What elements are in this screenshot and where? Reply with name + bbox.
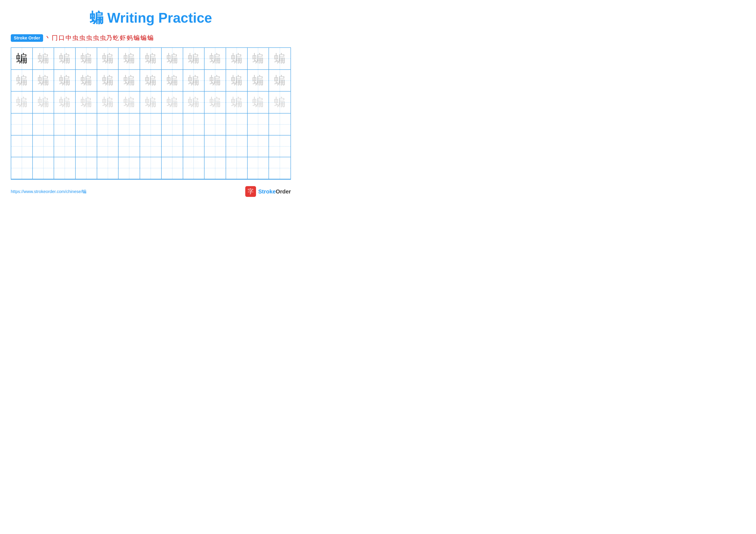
grid-cell-2-1[interactable]: 蝙 xyxy=(33,91,54,113)
grid-cell-3-8[interactable] xyxy=(183,114,205,135)
grid-cell-4-1[interactable] xyxy=(33,136,54,157)
grid-cell-2-5[interactable]: 蝙 xyxy=(119,91,140,113)
grid-cell-0-5[interactable]: 蝙 xyxy=(119,48,140,69)
grid-cell-2-6[interactable]: 蝙 xyxy=(140,91,162,113)
grid-cell-5-7[interactable] xyxy=(162,157,183,179)
grid-cell-5-10[interactable] xyxy=(226,157,248,179)
grid-cell-4-11[interactable] xyxy=(248,136,269,157)
grid-cell-5-2[interactable] xyxy=(54,157,76,179)
grid-cell-0-4[interactable]: 蝙 xyxy=(97,48,119,69)
grid-cell-5-4[interactable] xyxy=(97,157,119,179)
grid-cell-4-0[interactable] xyxy=(11,136,33,157)
grid-cell-2-9[interactable]: 蝙 xyxy=(204,91,226,113)
grid-cell-0-11[interactable]: 蝙 xyxy=(248,48,269,69)
grid-row-3 xyxy=(11,114,290,136)
grid-cell-4-6[interactable] xyxy=(140,136,162,157)
cell-char-2-3: 蝙 xyxy=(81,95,92,110)
cell-char-0-10: 蝙 xyxy=(231,51,242,66)
grid-cell-1-9[interactable]: 蝙 xyxy=(204,70,226,91)
grid-cell-1-11[interactable]: 蝙 xyxy=(248,70,269,91)
grid-cell-3-11[interactable] xyxy=(248,114,269,135)
grid-cell-4-5[interactable] xyxy=(119,136,140,157)
grid-cell-4-8[interactable] xyxy=(183,136,205,157)
grid-cell-5-1[interactable] xyxy=(33,157,54,179)
grid-cell-2-12[interactable]: 蝙 xyxy=(269,91,290,113)
cell-char-1-4: 蝙 xyxy=(102,73,113,88)
grid-cell-4-10[interactable] xyxy=(226,136,248,157)
grid-cell-4-7[interactable] xyxy=(162,136,183,157)
cell-char-1-12: 蝙 xyxy=(274,73,285,88)
cell-char-2-4: 蝙 xyxy=(102,95,113,110)
grid-cell-2-8[interactable]: 蝙 xyxy=(183,91,205,113)
grid-cell-1-12[interactable]: 蝙 xyxy=(269,70,290,91)
grid-cell-5-0[interactable] xyxy=(11,157,33,179)
cell-char-1-5: 蝙 xyxy=(123,73,135,88)
stroke-char-9: 虼 xyxy=(113,34,119,42)
grid-cell-1-8[interactable]: 蝙 xyxy=(183,70,205,91)
grid-cell-0-2[interactable]: 蝙 xyxy=(54,48,76,69)
grid-cell-0-9[interactable]: 蝙 xyxy=(204,48,226,69)
cell-char-0-3: 蝙 xyxy=(81,51,92,66)
grid-cell-1-6[interactable]: 蝙 xyxy=(140,70,162,91)
cell-char-1-8: 蝙 xyxy=(188,73,199,88)
grid-cell-3-6[interactable] xyxy=(140,114,162,135)
grid-cell-5-6[interactable] xyxy=(140,157,162,179)
grid-cell-1-3[interactable]: 蝙 xyxy=(76,70,97,91)
grid-cell-4-2[interactable] xyxy=(54,136,76,157)
grid-cell-2-11[interactable]: 蝙 xyxy=(248,91,269,113)
grid-cell-2-4[interactable]: 蝙 xyxy=(97,91,119,113)
grid-cell-3-4[interactable] xyxy=(97,114,119,135)
grid-cell-2-3[interactable]: 蝙 xyxy=(76,91,97,113)
page-title: 蝙 Writing Practice xyxy=(11,9,291,27)
grid-cell-1-4[interactable]: 蝙 xyxy=(97,70,119,91)
grid-cell-2-2[interactable]: 蝙 xyxy=(54,91,76,113)
grid-cell-0-6[interactable]: 蝙 xyxy=(140,48,162,69)
grid-cell-3-3[interactable] xyxy=(76,114,97,135)
grid-cell-1-2[interactable]: 蝙 xyxy=(54,70,76,91)
grid-cell-2-7[interactable]: 蝙 xyxy=(162,91,183,113)
grid-cell-4-12[interactable] xyxy=(269,136,290,157)
grid-cell-2-10[interactable]: 蝙 xyxy=(226,91,248,113)
grid-cell-0-1[interactable]: 蝙 xyxy=(33,48,54,69)
grid-cell-1-1[interactable]: 蝙 xyxy=(33,70,54,91)
grid-cell-3-0[interactable] xyxy=(11,114,33,135)
footer-url[interactable]: https://www.strokeorder.com/chinese/蝙 xyxy=(11,189,86,194)
grid-cell-3-5[interactable] xyxy=(119,114,140,135)
grid-cell-2-0[interactable]: 蝙 xyxy=(11,91,33,113)
grid-cell-5-12[interactable] xyxy=(269,157,290,179)
cell-char-0-9: 蝙 xyxy=(209,51,221,66)
cell-char-0-1: 蝙 xyxy=(38,51,49,66)
footer-logo: 字 StrokeOrder xyxy=(245,186,291,197)
grid-cell-4-9[interactable] xyxy=(204,136,226,157)
grid-cell-4-4[interactable] xyxy=(97,136,119,157)
stroke-char-13: 蝙 xyxy=(141,34,147,42)
grid-cell-1-7[interactable]: 蝙 xyxy=(162,70,183,91)
stroke-char-8: 虫乃 xyxy=(100,34,112,42)
grid-cell-3-7[interactable] xyxy=(162,114,183,135)
grid-cell-3-2[interactable] xyxy=(54,114,76,135)
cell-char-1-2: 蝙 xyxy=(59,73,70,88)
grid-cell-3-10[interactable] xyxy=(226,114,248,135)
grid-cell-0-12[interactable]: 蝙 xyxy=(269,48,290,69)
grid-cell-5-5[interactable] xyxy=(119,157,140,179)
grid-cell-0-0[interactable]: 蝙 xyxy=(11,48,33,69)
grid-cell-4-3[interactable] xyxy=(76,136,97,157)
grid-cell-1-5[interactable]: 蝙 xyxy=(119,70,140,91)
grid-cell-3-1[interactable] xyxy=(33,114,54,135)
grid-cell-5-11[interactable] xyxy=(248,157,269,179)
grid-cell-5-9[interactable] xyxy=(204,157,226,179)
stroke-order-badge: Stroke Order xyxy=(11,34,43,42)
grid-cell-3-12[interactable] xyxy=(269,114,290,135)
grid-cell-0-7[interactable]: 蝙 xyxy=(162,48,183,69)
cell-char-2-6: 蝙 xyxy=(145,95,156,110)
grid-cell-5-8[interactable] xyxy=(183,157,205,179)
grid-cell-5-3[interactable] xyxy=(76,157,97,179)
grid-cell-0-3[interactable]: 蝙 xyxy=(76,48,97,69)
logo-icon: 字 xyxy=(245,186,256,197)
grid-cell-0-8[interactable]: 蝙 xyxy=(183,48,205,69)
grid-cell-1-0[interactable]: 蝙 xyxy=(11,70,33,91)
stroke-char-6: 虫 xyxy=(86,34,92,42)
grid-cell-0-10[interactable]: 蝙 xyxy=(226,48,248,69)
grid-cell-1-10[interactable]: 蝙 xyxy=(226,70,248,91)
grid-cell-3-9[interactable] xyxy=(204,114,226,135)
